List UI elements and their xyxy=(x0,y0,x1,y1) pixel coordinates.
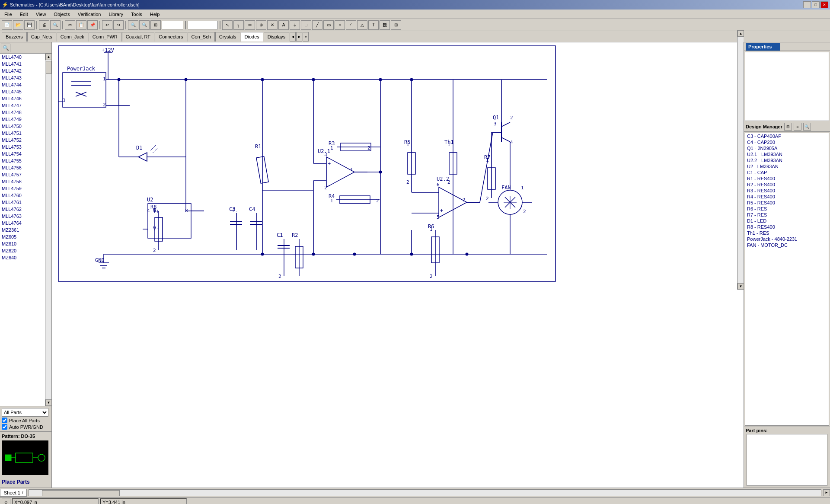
parts-list-item[interactable]: MLL4741 xyxy=(0,61,45,67)
dm-icon-btn2[interactable]: ≡ xyxy=(794,123,801,131)
dm-icon-btn1[interactable]: ⊞ xyxy=(784,123,792,131)
parts-list-item[interactable]: MLL4759 xyxy=(0,185,45,192)
image-btn[interactable]: 🖼 xyxy=(380,20,390,30)
tab-conn-jack[interactable]: Conn_Jack xyxy=(57,32,88,41)
menu-objects[interactable]: Objects xyxy=(50,11,73,18)
open-btn[interactable]: 📂 xyxy=(13,20,23,30)
redo-btn[interactable]: ↪ xyxy=(113,20,124,30)
zoom-out-btn[interactable]: 🔍 xyxy=(139,20,150,30)
parts-list-item[interactable]: MLL4753 xyxy=(0,144,45,150)
sheet-tab-1[interactable]: Sheet 1 / xyxy=(0,489,27,497)
save-btn[interactable]: 💾 xyxy=(24,20,35,30)
menu-view[interactable]: View xyxy=(32,11,50,18)
zoom-input[interactable]: 266% xyxy=(162,21,183,29)
tabs-next-arrow[interactable]: ► xyxy=(296,32,302,41)
parts-list-item[interactable]: MLL4746 xyxy=(0,95,45,102)
tab-cap-nets[interactable]: Cap_Nets xyxy=(27,32,56,41)
h-scroll-track[interactable] xyxy=(29,489,821,496)
new-btn[interactable]: 📄 xyxy=(2,20,12,30)
parts-list-item[interactable]: MLL4745 xyxy=(0,88,45,95)
print-preview-btn[interactable]: 🔍 xyxy=(50,20,61,30)
tab-diodes[interactable]: Diodes xyxy=(241,32,263,41)
design-list-item[interactable]: U2.2 - LM393AN xyxy=(745,157,829,163)
place-all-parts-checkbox[interactable] xyxy=(2,418,7,423)
parts-list-item[interactable]: MLL4750 xyxy=(0,123,45,130)
design-list-item[interactable]: R2 - RES400 xyxy=(745,182,829,188)
dm-icon-btn3[interactable]: 🔍 xyxy=(803,123,811,131)
tab-connectors[interactable]: Connectors xyxy=(155,32,187,41)
parts-list-item[interactable]: MLL4747 xyxy=(0,102,45,109)
parts-list-item[interactable]: MLL4748 xyxy=(0,109,45,116)
scroll-up-arrow[interactable]: ▲ xyxy=(45,54,51,60)
design-list-item[interactable]: D1 - LED xyxy=(745,218,829,224)
parts-list-item[interactable]: MZ610 xyxy=(0,240,45,247)
menu-edit[interactable]: Edit xyxy=(16,11,32,18)
filter-select[interactable]: All Parts xyxy=(2,408,48,417)
power-btn[interactable]: ⏚ xyxy=(290,20,300,30)
parts-list-item[interactable]: MLL4763 xyxy=(0,213,45,220)
menu-tools[interactable]: Tools xyxy=(128,11,146,18)
h-scroll-right-arrow[interactable]: ► xyxy=(823,489,830,496)
design-list-item[interactable]: R7 - RES xyxy=(745,212,829,218)
noconn-btn[interactable]: ✕ xyxy=(267,20,278,30)
tab-crystals[interactable]: Crystals xyxy=(215,32,240,41)
parts-list-item[interactable]: MLL4740 xyxy=(0,54,45,61)
parts-list-item[interactable]: MLL4762 xyxy=(0,206,45,213)
auto-pwr-gnd-checkbox[interactable] xyxy=(2,424,7,430)
design-list-item[interactable]: U2 - LM393AN xyxy=(745,163,829,169)
menu-library[interactable]: Library xyxy=(105,11,127,18)
right-scroll-down[interactable]: ▼ xyxy=(744,283,744,290)
copy-btn[interactable]: 📋 xyxy=(76,20,86,30)
design-list-item[interactable]: FAN - MOTOR_DC xyxy=(745,242,829,248)
parts-list-item[interactable]: MLL4752 xyxy=(0,137,45,144)
parts-list-item[interactable]: MLL4742 xyxy=(0,67,45,74)
parts-list-item[interactable]: MLL4754 xyxy=(0,150,45,157)
component-btn[interactable]: □ xyxy=(301,20,311,30)
parts-list-item[interactable]: MLL4755 xyxy=(0,157,45,164)
design-list-item[interactable]: Th1 - RES xyxy=(745,230,829,236)
bus-btn[interactable]: ═ xyxy=(245,20,255,30)
design-list-item[interactable]: C1 - CAP xyxy=(745,169,829,175)
parts-list-item[interactable]: MLL4757 xyxy=(0,171,45,178)
rect-btn[interactable]: ▭ xyxy=(323,20,334,30)
design-list-item[interactable]: R1 - RES400 xyxy=(745,175,829,182)
tabs-prev-arrow[interactable]: ◄ xyxy=(290,32,296,41)
scroll-thumb[interactable] xyxy=(46,61,51,74)
design-list-item[interactable]: C4 - CAP200 xyxy=(745,139,829,145)
parts-list-item[interactable]: MLL4743 xyxy=(0,74,45,81)
design-list-item[interactable]: R6 - RES xyxy=(745,206,829,212)
schematic-canvas-area[interactable]: +12V GND PowerJack 1 3 2 xyxy=(52,42,744,488)
scroll-down-arrow[interactable]: ▼ xyxy=(45,399,51,406)
menu-verification[interactable]: Verification xyxy=(74,11,105,18)
parts-list-item[interactable]: MLL4760 xyxy=(0,192,45,199)
parts-list-item[interactable]: MLL4756 xyxy=(0,164,45,171)
tab-displays[interactable]: Displays xyxy=(264,32,290,41)
search-button[interactable]: 🔍 xyxy=(1,44,10,52)
tab-conn-pwr[interactable]: Conn_PWR xyxy=(89,32,121,41)
parts-list-item[interactable]: MZ605 xyxy=(0,233,45,240)
parts-list-item[interactable]: MZ2361 xyxy=(0,226,45,233)
maximize-button[interactable]: □ xyxy=(812,1,820,8)
select-btn[interactable]: ↖ xyxy=(222,20,233,30)
design-list-item[interactable]: Q1 - 2N2905A xyxy=(745,145,829,151)
menu-file[interactable]: File xyxy=(1,11,16,18)
text-btn[interactable]: T xyxy=(368,20,379,30)
design-list-item[interactable]: R5 - RES400 xyxy=(745,200,829,206)
design-list-item[interactable]: U2.1 - LM393AN xyxy=(745,151,829,157)
cut-btn[interactable]: ✂ xyxy=(65,20,75,30)
parts-list-item[interactable]: MZ640 xyxy=(0,254,45,261)
close-button[interactable]: ✕ xyxy=(820,1,828,8)
tab-coaxial-rf[interactable]: Coaxial, RF xyxy=(122,32,154,41)
unit-input[interactable]: 0.013 in xyxy=(188,21,218,29)
poly-btn[interactable]: △ xyxy=(357,20,367,30)
status-icon-btn[interactable]: ⊙ xyxy=(2,498,10,504)
paste-btn[interactable]: 📌 xyxy=(87,20,98,30)
parts-list-item[interactable]: MLL4751 xyxy=(0,130,45,137)
design-list-item[interactable]: R4 - RES400 xyxy=(745,194,829,200)
zoom-in-btn[interactable]: 🔍 xyxy=(128,20,138,30)
menu-help[interactable]: Help xyxy=(147,11,163,18)
parts-list-item[interactable]: MLL4761 xyxy=(0,199,45,206)
design-list-item[interactable]: R3 - RES400 xyxy=(745,188,829,194)
arc-btn[interactable]: ◜ xyxy=(346,20,356,30)
tabs-end-arrow[interactable]: » xyxy=(303,32,309,41)
